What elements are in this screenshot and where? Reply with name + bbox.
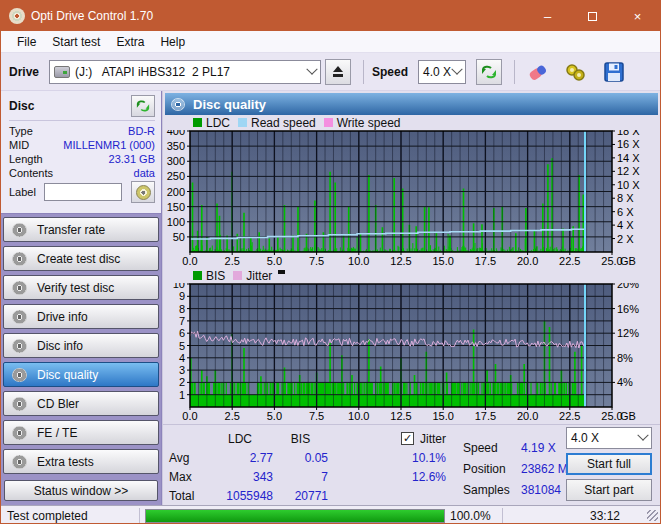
sidebar: Disc TypeBD-R MIDMILLENMR1 (000) Length2…	[1, 91, 162, 505]
svg-text:2: 2	[179, 376, 185, 388]
drive-icon	[54, 66, 70, 78]
ldc-chart-legend: LDC Read speed Write speed	[193, 115, 660, 130]
svg-text:8: 8	[179, 303, 185, 315]
jitter-legend-swatch	[233, 271, 242, 280]
svg-text:10 X: 10 X	[617, 179, 640, 191]
sidebar-item-label: Disc quality	[37, 368, 98, 382]
minimize-button[interactable]: –	[525, 1, 570, 31]
svg-text:3: 3	[179, 364, 185, 376]
svg-text:2 X: 2 X	[617, 233, 634, 245]
refresh-icon	[135, 99, 151, 113]
menu-help[interactable]: Help	[152, 33, 193, 51]
disc-label-browse-button[interactable]	[131, 181, 155, 203]
refresh-disc-button[interactable]	[131, 95, 155, 117]
svg-text:18 X: 18 X	[617, 130, 640, 137]
status-window-button[interactable]: Status window >>	[4, 480, 158, 501]
disc-contents-label: Contents	[9, 167, 53, 179]
ldc-chart: 4003503002502001501005018 X16 X14 X12 X1…	[163, 130, 660, 268]
disc-type-label: Type	[9, 125, 33, 137]
sidebar-item-transfer-rate[interactable]: Transfer rate	[3, 217, 159, 242]
read-speed-legend-label: Read speed	[251, 116, 316, 130]
sidebar-item-extra-tests[interactable]: Extra tests	[3, 449, 159, 474]
refresh-icon	[480, 64, 498, 80]
jitter-checkbox-label: Jitter	[420, 432, 446, 446]
position-row-label: Position	[463, 462, 521, 476]
eraser-icon	[526, 62, 550, 82]
bis-legend-swatch	[193, 271, 202, 280]
save-icon	[603, 61, 625, 83]
disc-panel: Disc TypeBD-R MIDMILLENMR1 (000) Length2…	[1, 91, 161, 214]
total-row-label: Total	[169, 489, 207, 503]
sidebar-item-verify-test-disc[interactable]: Verify test disc	[3, 275, 159, 300]
svg-text:5.0: 5.0	[267, 255, 282, 267]
jitter-legend-label: Jitter	[246, 269, 272, 283]
ldc-legend-label: LDC	[206, 116, 230, 130]
progress-bar	[145, 509, 445, 523]
max-ldc-value: 343	[207, 470, 273, 484]
bis-jitter-chart: 1098765432120%16%12%8%4%0.02.55.07.510.0…	[163, 283, 660, 423]
gears-icon	[564, 62, 588, 82]
sidebar-item-disc-quality[interactable]: Disc quality	[3, 362, 159, 387]
read-speed-legend-swatch	[238, 118, 247, 127]
svg-text:9: 9	[179, 290, 185, 302]
maximize-icon	[588, 12, 597, 21]
disc-mid-value: MILLENMR1 (000)	[63, 139, 155, 151]
sidebar-item-cd-bler[interactable]: CD Bler	[3, 391, 159, 416]
svg-text:10.0: 10.0	[348, 255, 369, 267]
test-buttons: 4.0 X Start full Start part	[566, 427, 652, 501]
chevron-down-icon	[637, 430, 648, 441]
menu-file[interactable]: File	[9, 33, 44, 51]
page-title: Disc quality	[193, 97, 266, 112]
menu-extra[interactable]: Extra	[108, 33, 152, 51]
speed-select[interactable]: 4.0 X	[418, 60, 466, 84]
svg-text:15.0: 15.0	[432, 255, 453, 267]
erase-disc-button[interactable]	[523, 58, 553, 86]
svg-text:22.5: 22.5	[559, 410, 580, 422]
resize-grip[interactable]	[647, 510, 658, 521]
eject-button[interactable]	[325, 59, 351, 85]
max-bis-value: 7	[273, 470, 328, 484]
cd-icon	[12, 223, 27, 237]
start-full-button[interactable]: Start full	[566, 453, 652, 475]
jitter-checkbox[interactable]: ✓	[401, 432, 414, 445]
speed-row-label: Speed	[463, 441, 521, 455]
svg-text:17.5: 17.5	[475, 410, 496, 422]
sidebar-item-create-test-disc[interactable]: Create test disc	[3, 246, 159, 271]
disc-type-value: BD-R	[128, 125, 155, 137]
sidebar-item-disc-info[interactable]: Disc info	[3, 333, 159, 358]
disc-contents-value: data	[134, 167, 155, 179]
disc-mid-label: MID	[9, 139, 29, 151]
svg-text:20.0: 20.0	[517, 255, 538, 267]
avg-bis-value: 0.05	[273, 451, 328, 465]
menu-start-test[interactable]: Start test	[44, 33, 108, 51]
ldc-column-header: LDC	[207, 432, 273, 446]
total-bis-value: 20771	[273, 489, 328, 503]
test-speed-select[interactable]: 4.0 X	[566, 427, 652, 449]
chevron-down-icon	[451, 63, 462, 74]
svg-text:GB: GB	[620, 255, 636, 267]
elapsed-time: 33:12	[503, 509, 660, 523]
svg-text:10.0: 10.0	[348, 410, 369, 422]
svg-text:5.0: 5.0	[267, 410, 282, 422]
sidebar-item-drive-info[interactable]: Drive info	[3, 304, 159, 329]
cd-icon	[12, 339, 27, 353]
disc-label-input[interactable]	[44, 183, 122, 201]
cd-icon	[12, 397, 27, 411]
window-title: Opti Drive Control 1.70	[31, 9, 525, 23]
maximize-button[interactable]	[570, 1, 615, 31]
cd-icon	[136, 185, 151, 200]
start-part-button[interactable]: Start part	[566, 479, 652, 501]
sidebar-item-fe-te[interactable]: FE / TE	[3, 420, 159, 445]
refresh-drive-button[interactable]	[476, 59, 502, 85]
cd-icon	[12, 281, 27, 295]
settings-button[interactable]	[561, 58, 591, 86]
svg-text:8%: 8%	[617, 352, 633, 364]
save-button[interactable]	[599, 58, 629, 86]
app-icon	[9, 8, 25, 24]
close-button[interactable]: ×	[615, 1, 660, 31]
max-jitter-value: 12.6%	[328, 470, 446, 484]
drive-select[interactable]: (J:) ATAPI iHBS312 2 PL17	[49, 60, 321, 84]
svg-text:50: 50	[173, 231, 185, 243]
drive-label: Drive	[9, 65, 39, 79]
ldc-legend-swatch	[193, 118, 202, 127]
